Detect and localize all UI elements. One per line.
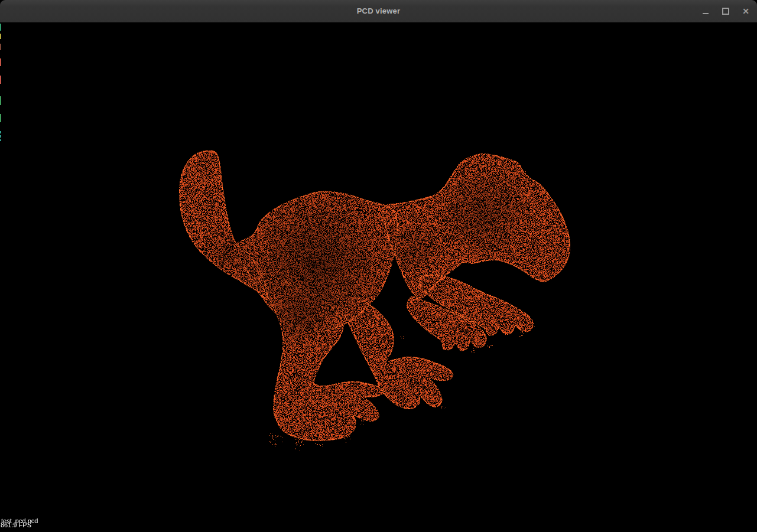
window-controls: ✕ — [699, 0, 752, 22]
minimize-button[interactable] — [699, 5, 712, 18]
edge-artifact — [0, 44, 1, 50]
close-icon: ✕ — [742, 7, 749, 15]
render-viewport[interactable]: test_pcd.pcd 861.9 FPS — [0, 22, 757, 532]
edge-artifact — [0, 131, 1, 133]
edge-artifact — [0, 24, 1, 31]
edge-artifact — [0, 114, 1, 122]
maximize-icon — [722, 8, 729, 15]
edge-artifact — [0, 135, 1, 138]
minimize-icon — [703, 13, 709, 14]
edge-artifact — [0, 139, 1, 141]
edge-artifact — [0, 96, 1, 105]
maximize-button[interactable] — [719, 5, 732, 18]
edge-artifact — [0, 76, 1, 84]
pcd-viewer-window: PCD viewer ✕ test_pcd.pcd 861.9 FPS — [0, 0, 757, 532]
edge-artifact — [0, 58, 1, 66]
close-button[interactable]: ✕ — [739, 5, 752, 18]
title-bar[interactable]: PCD viewer ✕ — [0, 0, 757, 22]
fps-counter: 861.9 FPS — [1, 521, 31, 528]
window-title: PCD viewer — [357, 6, 401, 15]
edge-artifact — [0, 34, 1, 39]
point-cloud-canvas[interactable] — [0, 22, 757, 532]
